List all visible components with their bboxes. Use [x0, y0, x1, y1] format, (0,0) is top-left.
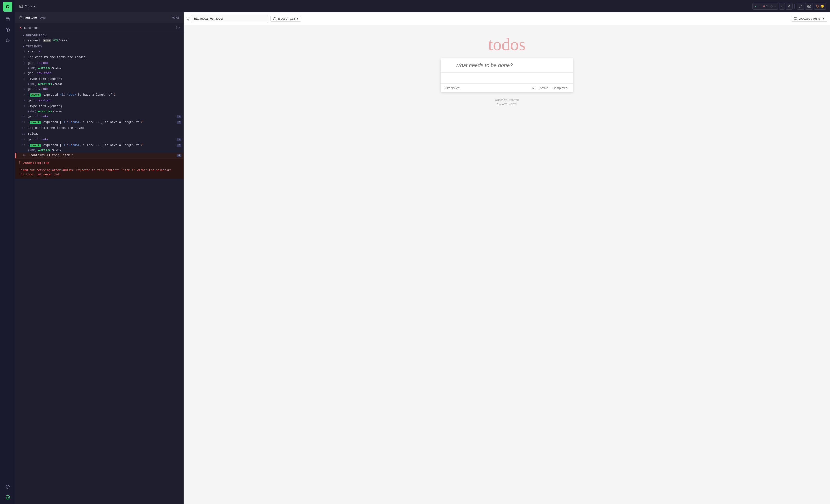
- viewport-value: 1000x660 (68%): [799, 17, 821, 21]
- main-panel: Specs ✓ ... ✕ 1 ◌ ... ▾ ↺ 😀: [15, 0, 830, 504]
- cmd-row-4[interactable]: 4 get .new-todo: [15, 70, 183, 76]
- toolbar-group: ✓ ... ✕ 1 ◌ ... ▾ ↺ 😀: [753, 3, 826, 10]
- count-badge-16: 0: [177, 154, 182, 157]
- before-each-section: ▼ BEFORE EACH: [15, 32, 183, 38]
- chevron-down-icon: ▼: [22, 34, 25, 37]
- test-body: ✕ adds a todo ⓘ ▼ BEFORE EACH 1 request: [15, 23, 183, 504]
- filter-completed[interactable]: Completed: [551, 86, 569, 90]
- cmd-row-11[interactable]: 11 -assert expected [ <li.todo>, 1 more.…: [15, 120, 183, 125]
- svg-point-15: [273, 17, 276, 20]
- svg-line-11: [801, 5, 802, 6]
- svg-rect-0: [6, 18, 9, 21]
- todo-input[interactable]: [441, 58, 573, 72]
- test-header: ✕ adds a todo ⓘ: [15, 23, 183, 32]
- count-badge-14: 2: [177, 138, 182, 141]
- cmd-row-14[interactable]: 14 get li.todo 2: [15, 137, 183, 142]
- cmd-row-before-1[interactable]: 1 request POST 200 /reset: [15, 38, 183, 43]
- test-runner: add-todo.cy.js 00:05 ✕ adds a todo ⓘ ▼: [15, 12, 184, 504]
- fail-icon: ✕: [19, 26, 22, 30]
- cmd-row-6[interactable]: 6 get li.todo: [15, 86, 183, 92]
- count-badge-10: 2: [177, 115, 182, 118]
- todo-footer: 2 items left All Active Completed: [441, 84, 573, 92]
- page-title: Specs: [25, 4, 35, 8]
- expand-btn[interactable]: [797, 3, 804, 10]
- svg-marker-4: [7, 29, 8, 31]
- svg-point-6: [7, 486, 8, 488]
- xhr-row-3: (xhr) POST 201 /todos: [15, 109, 183, 114]
- cmd-row-7[interactable]: 7 -assert expected <li.todo> to have a l…: [15, 92, 183, 98]
- url-bar[interactable]: [192, 15, 268, 22]
- cmd-row-9[interactable]: 9 -type item 2{enter}: [15, 104, 183, 109]
- cmd-row-3[interactable]: 3 get .loaded: [15, 60, 183, 66]
- svg-point-13: [809, 6, 810, 7]
- file-icon: [19, 16, 23, 20]
- credit-author[interactable]: Evan You: [508, 99, 519, 101]
- sidebar-icon-debug[interactable]: [3, 36, 12, 45]
- svg-rect-16: [794, 17, 797, 19]
- file-ext: .cy.js: [39, 16, 46, 20]
- cmd-row-5[interactable]: 5 -type item 1{enter}: [15, 76, 183, 82]
- chevron-down-icon-2: ▼: [22, 45, 25, 48]
- test-header-left: ✕ adds a todo: [19, 26, 40, 30]
- info-icon[interactable]: ⓘ: [176, 26, 180, 30]
- count-badge-15: 2: [177, 144, 182, 147]
- reload-btn[interactable]: ↺: [786, 3, 793, 10]
- cmd-row-12[interactable]: 12 log confirm the items are saved: [15, 125, 183, 131]
- filter-active[interactable]: Active: [538, 86, 549, 90]
- nav-back-icon[interactable]: ⊙: [187, 16, 190, 21]
- todo-app-title: todos: [488, 35, 525, 55]
- todo-items-area: [441, 72, 573, 84]
- svg-point-5: [7, 40, 8, 41]
- cmd-row-13[interactable]: 13 reload: [15, 131, 183, 137]
- xhr-row-1: (xhr) GET 200 /todos: [15, 66, 183, 70]
- sidebar-icon-settings[interactable]: [3, 482, 12, 492]
- svg-line-12: [799, 6, 800, 7]
- app-sidebar: C: [0, 0, 15, 504]
- todo-app: 2 items left All Active Completed: [441, 58, 573, 92]
- viewport-dropdown-icon: ▾: [823, 17, 825, 21]
- sidebar-bottom: [3, 482, 12, 502]
- test-name: adds a todo: [24, 26, 40, 30]
- count-badge-11: 2: [177, 121, 182, 124]
- todo-preview: todos 2 items left All Active: [184, 25, 830, 504]
- preview-panel: ⊙ Electron 118 ▾ 1000x660 (68%) ▾ todos: [184, 12, 830, 504]
- test-body-section: ▼ TEST BODY: [15, 43, 183, 49]
- error-type-label: AssertionError: [23, 161, 50, 165]
- svg-rect-8: [20, 5, 23, 8]
- sidebar-icon-specs[interactable]: [3, 14, 12, 24]
- todo-empty-row: [441, 72, 573, 83]
- file-name: add-todo: [25, 16, 37, 20]
- error-type-row: ! AssertionError: [15, 158, 183, 167]
- screenshot-btn[interactable]: [805, 3, 813, 10]
- sidebar-icon-cypress[interactable]: [3, 493, 12, 502]
- credit-mvc[interactable]: TodoMVC: [505, 103, 517, 106]
- todo-credit: Written by Evan You Part of TodoMVC: [495, 98, 519, 106]
- specs-icon: [19, 4, 23, 8]
- tag-btn[interactable]: 😀: [814, 3, 826, 10]
- browser-dropdown-icon: ▾: [297, 17, 298, 21]
- xhr-row-2: (xhr) POST 201 /todos: [15, 82, 183, 86]
- cmd-row-15[interactable]: 15 -assert expected [ <li.todo>, 1 more.…: [15, 142, 183, 148]
- browser-selector[interactable]: Electron 118 ▾: [270, 15, 301, 22]
- specs-title: Specs: [19, 4, 35, 8]
- browser-name: Electron 118: [278, 17, 295, 21]
- cmd-row-1[interactable]: 1 visit /: [15, 49, 183, 55]
- file-tab-name: add-todo.cy.js: [19, 16, 46, 20]
- dropdown-btn[interactable]: ▾: [779, 3, 785, 10]
- cmd-row-16-error[interactable]: 16 -contains li.todo, item 1 0: [15, 153, 183, 158]
- logo-icon: C: [6, 4, 9, 9]
- viewport-selector[interactable]: 1000x660 (68%) ▾: [791, 15, 827, 22]
- cmd-row-2[interactable]: 2 log confirm the items are loaded: [15, 55, 183, 60]
- split-pane: add-todo.cy.js 00:05 ✕ adds a todo ⓘ ▼: [15, 12, 830, 504]
- cmd-row-8[interactable]: 8 get .new-todo: [15, 98, 183, 104]
- cmd-row-10[interactable]: 10 get li.todo 2: [15, 114, 183, 120]
- pass-count-btn[interactable]: ✓ ... ✕ 1 ◌ ...: [753, 3, 778, 10]
- error-description: Timed out retrying after 4000ms: Expecte…: [15, 167, 183, 179]
- sidebar-icon-run[interactable]: [3, 25, 12, 35]
- file-tab-time: 00:05: [172, 16, 180, 20]
- todo-input-area: [441, 58, 573, 72]
- todo-filter-links: All Active Completed: [530, 86, 569, 90]
- toolbar-divider-1: [794, 4, 795, 9]
- filter-all[interactable]: All: [530, 86, 537, 90]
- preview-toolbar: ⊙ Electron 118 ▾ 1000x660 (68%) ▾: [184, 12, 830, 25]
